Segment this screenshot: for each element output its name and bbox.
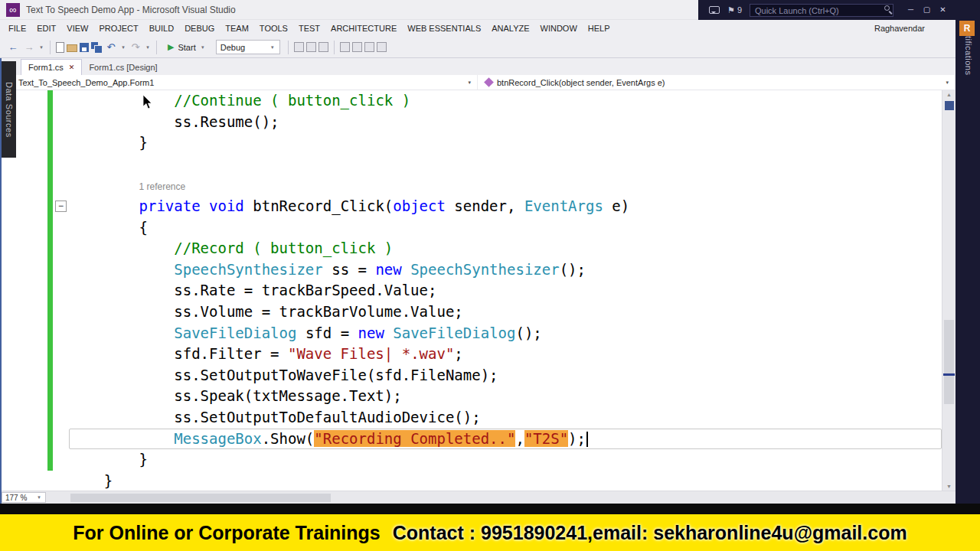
user-avatar[interactable]: R <box>959 21 975 36</box>
code-line[interactable]: sfd.Filter = "Wave Files| *.wav"; <box>69 344 942 365</box>
chevron-down-icon: ▾ <box>36 494 42 500</box>
increase-indent-icon[interactable] <box>352 42 362 52</box>
tab-label: Form1.cs <box>28 63 64 72</box>
code-line[interactable]: ss.Volume = trackBarVolume.Value; <box>69 302 942 323</box>
undo-dropdown-icon[interactable]: ▾ <box>120 44 126 51</box>
decrease-indent-icon[interactable] <box>340 42 350 52</box>
code-lines: //Continue ( button_click ) ss.Resume();… <box>69 90 942 491</box>
tab-form1-cs[interactable]: Form1.cs ✕ <box>21 59 82 75</box>
code-editor[interactable]: − //Continue ( button_click ) ss.Resume(… <box>0 90 956 491</box>
member-dropdown[interactable]: btnRecord_Click(object sender, EventArgs… <box>478 75 956 90</box>
solution-config-dropdown[interactable]: Debug ▾ <box>216 40 280 54</box>
save-icon[interactable] <box>80 43 89 52</box>
open-file-icon[interactable] <box>67 44 77 52</box>
code-line[interactable]: ss.Speak(txtMessage.Text); <box>69 386 942 407</box>
text-caret <box>586 432 588 447</box>
code-line[interactable] <box>69 154 942 175</box>
minimize-button[interactable]: ─ <box>903 2 919 18</box>
tool-tab-data-sources[interactable]: Data Sources <box>2 61 16 158</box>
tab-label: Form1.cs [Design] <box>89 63 157 72</box>
code-line[interactable]: MessageBox.Show("Recording Completed..",… <box>69 429 942 450</box>
type-dropdown[interactable]: Text_To_Speech_Demo_App.Form1 ▾ <box>0 75 478 90</box>
code-line[interactable]: 1 reference <box>69 174 942 196</box>
toggle-bookmark-icon[interactable] <box>364 42 374 52</box>
tab-close-icon[interactable]: ✕ <box>69 64 75 71</box>
chevron-down-icon: ▾ <box>946 80 949 86</box>
tab-form1-cs-design[interactable]: Form1.cs [Design] <box>82 59 164 75</box>
new-file-icon[interactable] <box>56 42 64 53</box>
standard-toolbar: ← → ▾ ↶ ▾ ↷ ▾ ▶ Start ▾ Debug ▾ <box>0 37 956 58</box>
navigation-bar: Text_To_Speech_Demo_App.Form1 ▾ btnRecor… <box>0 75 956 90</box>
menu-item-test[interactable]: TEST <box>293 24 325 33</box>
scroll-up-icon[interactable]: ▲ <box>942 92 956 97</box>
start-label: Start <box>178 43 195 52</box>
signed-in-user[interactable]: Raghavendar <box>874 24 925 33</box>
horizontal-scrollbar[interactable]: 177 % ▾ <box>0 491 956 504</box>
menu-item-view[interactable]: VIEW <box>61 24 93 33</box>
code-line[interactable]: } <box>69 132 942 154</box>
window-title: Text To Speech Demo App - Microsoft Visu… <box>26 5 236 15</box>
code-line[interactable]: //Record ( button_click ) <box>69 238 942 259</box>
menu-item-architecture[interactable]: ARCHITECTURE <box>325 24 402 33</box>
code-line[interactable]: SpeechSynthesizer ss = new SpeechSynthes… <box>69 259 942 281</box>
menu-item-edit[interactable]: EDIT <box>31 24 61 33</box>
menu-item-window[interactable]: WINDOW <box>535 24 583 33</box>
collapse-region-icon[interactable]: − <box>55 201 67 212</box>
toolbar-separator <box>156 41 157 54</box>
code-line[interactable]: } <box>69 471 942 491</box>
menu-item-help[interactable]: HELP <box>583 24 616 33</box>
menu-item-project[interactable]: PROJECT <box>93 24 143 33</box>
find-in-files-icon[interactable] <box>294 42 304 52</box>
right-rail: Notifications <box>956 0 980 504</box>
uncomment-selection-icon[interactable] <box>318 42 328 52</box>
solution-config-value: Debug <box>220 43 245 52</box>
menu-item-web-essentials[interactable]: WEB ESSENTIALS <box>402 24 486 33</box>
menu-bar: FILEEDITVIEWPROJECTBUILDDEBUGTEAMTOOLSTE… <box>0 20 956 37</box>
menu-item-analyze[interactable]: ANALYZE <box>486 24 534 33</box>
navigate-back-icon[interactable]: ← <box>6 41 20 54</box>
undo-icon[interactable]: ↶ <box>104 41 118 54</box>
code-line[interactable]: ss.SetOutputToDefaultAudioDevice(); <box>69 407 942 429</box>
code-line[interactable]: private void btnRecord_Click(object send… <box>69 196 942 217</box>
code-line[interactable]: { <box>69 217 942 239</box>
start-play-icon: ▶ <box>168 42 174 52</box>
titlebar-right-panel: ⚑ 9 ─ ▢ ✕ <box>698 0 980 20</box>
vertical-scrollbar[interactable]: ▲ ▼ <box>942 90 956 491</box>
code-line[interactable]: } <box>69 449 942 471</box>
scrollbar-splitter[interactable] <box>945 101 954 110</box>
horizontal-scroll-thumb[interactable] <box>70 494 331 502</box>
title-bar: ∞ Text To Speech Demo App - Microsoft Vi… <box>0 0 980 20</box>
menu-item-build[interactable]: BUILD <box>144 24 179 33</box>
feedback-bubble-icon[interactable] <box>709 6 720 14</box>
redo-icon[interactable]: ↷ <box>129 41 142 54</box>
chevron-down-icon[interactable]: ▾ <box>38 44 44 51</box>
next-bookmark-icon[interactable] <box>377 42 387 52</box>
notifications-flag[interactable]: ⚑ 9 <box>727 5 742 15</box>
member-name: btnRecord_Click(object sender, EventArgs… <box>497 78 665 87</box>
code-line[interactable]: ss.Rate = trackBarSpeed.Value; <box>69 280 942 302</box>
banner-text-1: For Online or Corporate Trainings <box>73 522 380 544</box>
banner-divider <box>0 504 980 514</box>
scroll-down-icon[interactable]: ▼ <box>942 484 956 489</box>
menu-item-file[interactable]: FILE <box>3 24 31 33</box>
menu-item-team[interactable]: TEAM <box>220 24 254 33</box>
redo-dropdown-icon[interactable]: ▾ <box>145 44 151 51</box>
close-button[interactable]: ✕ <box>935 2 951 18</box>
code-line[interactable]: ss.Resume(); <box>69 112 942 133</box>
caret-position-marker <box>943 373 955 376</box>
code-line[interactable]: ss.SetOutputToWaveFile(sfd.FileName); <box>69 365 942 386</box>
menu-item-debug[interactable]: DEBUG <box>179 24 220 33</box>
start-debug-button[interactable]: ▶ Start ▾ <box>162 39 211 56</box>
code-line[interactable]: SaveFileDialog sfd = new SaveFileDialog(… <box>69 323 942 344</box>
mouse-cursor-icon <box>142 95 153 110</box>
menu-item-tools[interactable]: TOOLS <box>254 24 293 33</box>
vertical-scroll-thumb[interactable] <box>944 320 954 404</box>
code-line[interactable]: //Continue ( button_click ) <box>69 90 942 112</box>
comment-selection-icon[interactable] <box>306 42 316 52</box>
visual-studio-logo-icon: ∞ <box>6 3 20 17</box>
navigate-forward-icon[interactable]: → <box>22 41 36 54</box>
save-all-icon[interactable] <box>91 42 102 52</box>
maximize-button[interactable]: ▢ <box>919 2 935 18</box>
quick-launch-input[interactable] <box>750 4 893 17</box>
zoom-level-dropdown[interactable]: 177 % ▾ <box>2 492 46 503</box>
